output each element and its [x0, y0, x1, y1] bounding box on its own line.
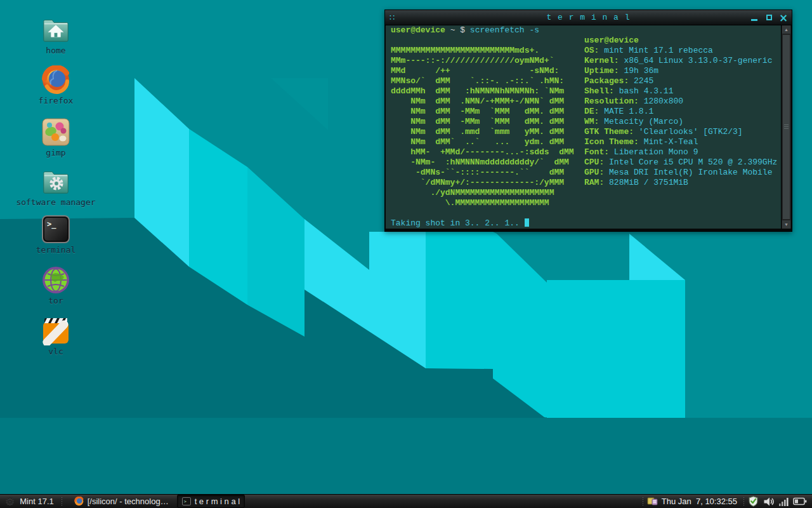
desktop-icon-terminal[interactable]: >_terminal — [11, 215, 100, 255]
terminal-window: ∷ t e r m i n a l × user@device ~ $ scre… — [384, 10, 792, 232]
status-line: Taking shot in 3.. 2.. 1.. — [391, 218, 529, 229]
maximize-button[interactable] — [764, 13, 773, 23]
desktop-icon-label: terminal — [11, 245, 100, 255]
window-button-label: [/silicon/ - technolog… — [88, 497, 169, 506]
software-manager-icon — [41, 167, 70, 196]
panel-handle[interactable] — [61, 497, 63, 507]
taskbar-window-terminal[interactable]: >t e r m i n a l — [177, 495, 246, 508]
desktop-icon-label: vlc — [11, 347, 100, 356]
terminal-cursor — [525, 218, 529, 227]
network-signal-icon[interactable] — [779, 497, 789, 506]
window-button-label: t e r m i n a l — [195, 497, 240, 506]
tor-icon — [41, 265, 70, 295]
taskbar: ⚙ Mint 17.1 [/silicon/ - technolog…>t e … — [0, 494, 812, 508]
menu-label: Mint 17.1 — [20, 497, 53, 506]
terminal-content: user@device ~ $ screenfetch -s MMMMMMMMM… — [386, 25, 782, 229]
menu-gear-icon: ⚙ — [5, 496, 15, 507]
terminal-titlebar[interactable]: ∷ t e r m i n a l × — [385, 10, 792, 25]
menu-button[interactable]: ⚙ Mint 17.1 — [0, 495, 58, 508]
window-list: [/silicon/ - technolog…>t e r m i n a l — [66, 495, 245, 508]
tray-app-icon[interactable] — [647, 497, 658, 506]
desktop-icon-label: firefox — [11, 96, 100, 105]
scroll-up-icon[interactable]: ▲ — [782, 25, 790, 34]
svg-text:>_: >_ — [47, 220, 56, 229]
window-title: t e r m i n a l — [385, 13, 792, 22]
desktop-icon-software-manager[interactable]: software manager — [11, 167, 100, 207]
desktop-icon-label: software manager — [11, 197, 100, 207]
svg-text:>: > — [183, 499, 186, 504]
desktop-icon-label: gimp — [11, 148, 100, 157]
home-icon — [41, 15, 70, 44]
mint-ascii-logo: MMMMMMMMMMMMMMMMMMMMMMMMMmds+. MMm----::… — [391, 36, 574, 208]
desktop-icon-gimp[interactable]: gimp — [11, 117, 100, 157]
terminal-icon: >_ — [41, 215, 70, 244]
desktop-icon-firefox[interactable]: firefox — [11, 65, 100, 105]
vlc-icon — [41, 316, 70, 345]
taskbar-window-firefox[interactable]: [/silicon/ - technolog… — [70, 495, 173, 507]
desktop-icon-vlc[interactable]: vlc — [11, 316, 100, 356]
minimize-button[interactable] — [750, 13, 759, 23]
scrollbar-thumb[interactable] — [782, 34, 790, 220]
clock[interactable]: Thu Jan 7, 10:32:55 — [662, 497, 737, 506]
firefox-icon — [41, 65, 70, 95]
screenfetch-info: user@device OS: mint Mint 17.1 rebecca K… — [584, 36, 777, 188]
scroll-down-icon[interactable]: ▼ — [782, 220, 790, 229]
gimp-icon — [41, 117, 70, 147]
terminal-icon: > — [182, 497, 191, 505]
update-shield-icon[interactable] — [748, 496, 759, 507]
terminal-scrollbar[interactable]: ▲ ▼ — [781, 25, 791, 229]
window-menu-icon[interactable]: ∷ — [390, 15, 397, 21]
panel-handle[interactable] — [743, 497, 745, 507]
shell-prompt-line: user@device ~ $ screenfetch -s — [391, 25, 539, 36]
close-button[interactable]: × — [779, 13, 788, 23]
system-tray — [748, 496, 807, 507]
desktop-icon-home[interactable]: home — [11, 15, 100, 55]
desktop-icon-label: home — [11, 46, 100, 55]
firefox-icon — [74, 497, 84, 506]
panel-handle[interactable] — [642, 497, 644, 507]
desktop-icon-tor[interactable]: tor — [11, 265, 100, 305]
battery-icon[interactable] — [793, 497, 807, 505]
volume-icon[interactable] — [763, 497, 775, 507]
desktop-icon-label: tor — [11, 296, 100, 305]
